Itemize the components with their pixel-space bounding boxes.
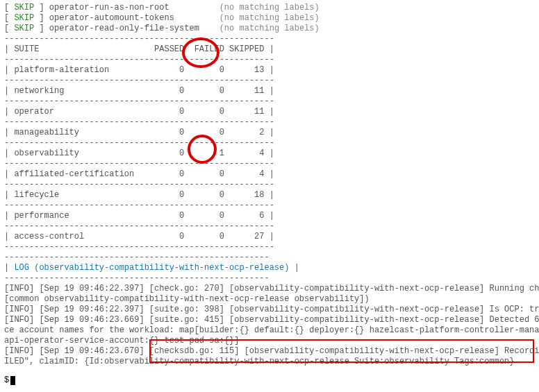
- table-line: ----------------------------------------…: [4, 221, 535, 232]
- divider: ----------------------------------------…: [4, 253, 535, 263]
- table-line: ----------------------------------------…: [4, 242, 535, 253]
- divider: ----------------------------------------…: [4, 273, 535, 284]
- table-line: ----------------------------------------…: [4, 96, 535, 107]
- table-line: ----------------------------------------…: [4, 34, 535, 44]
- log-line: [INFO] [Sep 19 09:46:22.397] [check.go: …: [4, 284, 535, 294]
- log-header-line: | LOG (observability-compatibility-with-…: [4, 263, 535, 273]
- table-line: | manageability 0 0 2 |: [4, 128, 535, 138]
- log-lines: [INFO] [Sep 19 09:46:22.397] [check.go: …: [4, 284, 535, 367]
- table-line: | affiliated-certification 0 0 4 |: [4, 169, 535, 180]
- table-line: | observability 0 1 4 |: [4, 148, 535, 159]
- table-line: | performance 0 0 6 |: [4, 211, 535, 221]
- shell-prompt[interactable]: $: [4, 375, 535, 386]
- log-line: [INFO] [Sep 19 09:46:22.397] [suite.go: …: [4, 305, 535, 315]
- table-line: ----------------------------------------…: [4, 201, 535, 211]
- table-line: ----------------------------------------…: [4, 138, 535, 148]
- log-line: ILED", claimID: {Id:observability-compat…: [4, 357, 535, 367]
- log-header-text: LOG (observability-compatibility-with-ne…: [14, 263, 289, 273]
- table-line: ----------------------------------------…: [4, 180, 535, 190]
- log-line: ce account names for the workload: map[b…: [4, 325, 535, 336]
- log-line: api-operator-service-account:{} test-pod…: [4, 336, 535, 346]
- results-table: ----------------------------------------…: [4, 34, 535, 253]
- skip-lines: [ SKIP ] operator-run-as-non-root (no ma…: [4, 3, 535, 34]
- log-line: [INFO] [Sep 19 09:46:23.670] [checksdb.g…: [4, 346, 535, 357]
- table-line: ----------------------------------------…: [4, 117, 535, 128]
- table-line: | networking 0 0 11 |: [4, 86, 535, 96]
- table-line: ----------------------------------------…: [4, 76, 535, 86]
- table-line: ----------------------------------------…: [4, 159, 535, 169]
- skip-line: [ SKIP ] operator-read-only-file-system …: [4, 24, 535, 34]
- table-line: | SUITE PASSED FAILED SKIPPED |: [4, 44, 535, 55]
- skip-line: [ SKIP ] operator-run-as-non-root (no ma…: [4, 3, 535, 13]
- log-line: [INFO] [Sep 19 09:46:23.669] [suite.go: …: [4, 315, 535, 325]
- table-line: | access-control 0 0 27 |: [4, 232, 535, 242]
- table-line: | lifecycle 0 0 18 |: [4, 190, 535, 201]
- skip-line: [ SKIP ] operator-automount-tokens (no m…: [4, 13, 535, 24]
- table-line: | platform-alteration 0 0 13 |: [4, 65, 535, 76]
- table-line: ----------------------------------------…: [4, 55, 535, 65]
- log-line: [common observability-compatibility-with…: [4, 294, 535, 305]
- cursor: [10, 376, 15, 385]
- table-line: | operator 0 0 11 |: [4, 107, 535, 117]
